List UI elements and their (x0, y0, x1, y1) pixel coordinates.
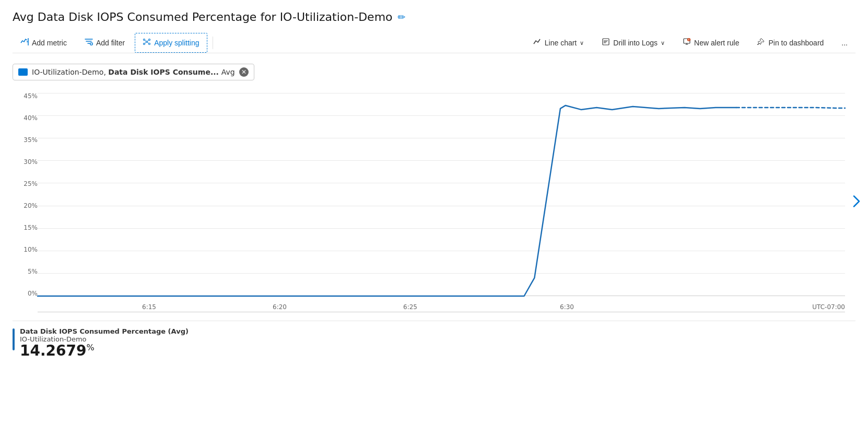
chart-inner: 6:15 6:20 6:25 6:30 UTC-07:00 (38, 93, 845, 312)
utc-label: UTC-07:00 (812, 303, 845, 311)
new-alert-rule-button[interactable]: New alert rule (675, 33, 747, 53)
legend-details: Data Disk IOPS Consumed Percentage (Avg)… (20, 327, 189, 359)
svg-point-11 (149, 39, 150, 41)
apply-splitting-icon (143, 38, 151, 48)
new-alert-icon (683, 38, 691, 48)
pin-icon (757, 38, 765, 48)
drill-into-logs-icon (602, 38, 610, 48)
y-axis: 45% 40% 35% 30% 25% 20% 15% 10% 5% 0% (13, 93, 38, 312)
vm-icon (18, 68, 28, 76)
svg-point-6 (146, 41, 148, 43)
add-metric-icon (20, 38, 29, 48)
page-title: Avg Data Disk IOPS Consumed Percentage f… (13, 10, 855, 23)
toolbar-separator-1 (213, 37, 213, 49)
add-filter-icon (85, 38, 93, 48)
svg-line-13 (148, 40, 149, 41)
chart-svg (38, 93, 845, 296)
legend-area: Data Disk IOPS Consumed Percentage (Avg)… (13, 321, 855, 359)
chart-area: 45% 40% 35% 30% 25% 20% 15% 10% 5% 0% (13, 93, 855, 312)
x-labels: 6:15 6:20 6:25 6:30 (38, 303, 845, 311)
add-metric-button[interactable]: Add metric (13, 33, 75, 53)
metric-pill-metric-name: Data Disk IOPS Consume... (108, 68, 221, 76)
x-axis: 6:15 6:20 6:25 6:30 UTC-07:00 (38, 296, 845, 312)
svg-rect-23 (20, 70, 26, 74)
chart-nav-right-button[interactable] (852, 194, 861, 211)
svg-rect-24 (21, 74, 25, 75)
legend-color-bar (13, 328, 15, 350)
legend-item: Data Disk IOPS Consumed Percentage (Avg)… (13, 327, 855, 359)
svg-line-12 (145, 42, 146, 43)
edit-title-icon[interactable]: ✏️ (398, 11, 406, 22)
pin-to-dashboard-button[interactable]: Pin to dashboard (749, 33, 831, 53)
line-chart-icon (533, 38, 542, 48)
more-options-button[interactable]: ... (834, 34, 855, 52)
svg-line-8 (145, 40, 146, 41)
chart-container: 45% 40% 35% 30% 25% 20% 15% 10% 5% 0% (13, 93, 845, 312)
toolbar: Add metric Add filter (13, 33, 855, 53)
drill-logs-chevron: ∨ (661, 40, 665, 46)
svg-point-5 (144, 39, 145, 41)
svg-point-7 (149, 43, 150, 45)
drill-into-logs-button[interactable]: Drill into Logs ∨ (594, 33, 673, 53)
apply-splitting-button[interactable]: Apply splitting (135, 33, 207, 53)
line-chart-button[interactable]: Line chart ∨ (525, 33, 592, 53)
legend-value: 14.2679% (20, 343, 189, 359)
add-filter-button[interactable]: Add filter (77, 33, 133, 53)
metric-pill-vm-name: IO-Utilization-Demo, Data Disk IOPS Cons… (32, 68, 235, 76)
metric-pill-close-button[interactable]: ✕ (239, 67, 249, 77)
line-chart-chevron: ∨ (580, 40, 584, 46)
toolbar-right: Line chart ∨ Drill into Logs ∨ (525, 33, 855, 53)
svg-point-22 (689, 40, 689, 41)
svg-line-9 (148, 42, 149, 43)
metric-pill: IO-Utilization-Demo, Data Disk IOPS Cons… (13, 64, 254, 80)
legend-title: Data Disk IOPS Consumed Percentage (Avg) (20, 327, 189, 335)
svg-point-10 (144, 43, 145, 45)
